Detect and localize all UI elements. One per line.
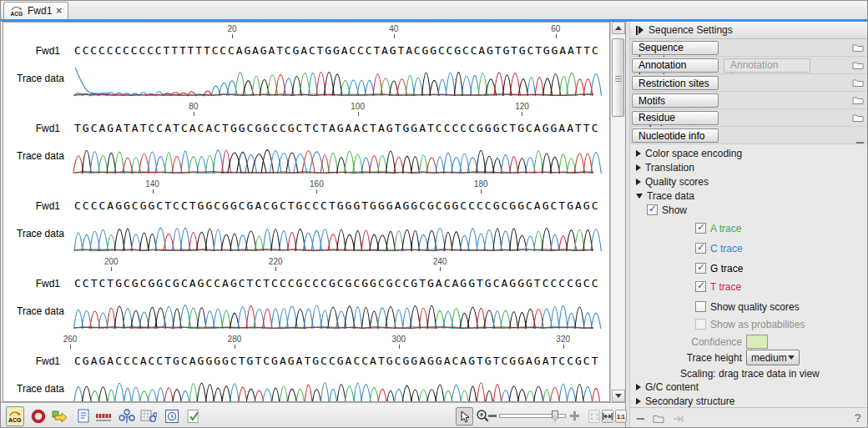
element-info-button[interactable] [184,406,203,426]
scroll-up-button[interactable] [612,22,625,34]
sequence-text[interactable]: CCCCCCCCCCCTTTTTTCCCAGAGATCGACTGGACCCTAG… [74,44,600,57]
structure-table-button[interactable] [139,406,158,426]
minimize-icon[interactable] [637,418,644,420]
show-checkbox[interactable] [647,204,658,215]
expand-arrow-icon[interactable] [636,398,641,405]
vertical-scrollbar[interactable] [610,22,625,402]
tree-item-translation[interactable]: Translation [636,160,694,174]
folder-icon[interactable] [653,414,664,424]
sequence-text[interactable]: CCTCTGCGCGGCGCAGCCAGCTCTCCCGCCCGCGCGGCGC… [74,277,600,290]
tree-item-gc-content[interactable]: G/C content [636,380,699,394]
zoom-to-selection-button[interactable] [588,410,600,423]
restriction-map-button[interactable] [94,406,113,426]
sequence-name-label: Fwd1 [3,45,60,57]
show-quality-row: Show quality scores [695,300,800,314]
expand-arrow-icon[interactable] [636,164,641,171]
motifs-button[interactable]: Motifs [632,93,719,108]
folder-icon[interactable] [852,60,864,73]
sequence-trace-view[interactable]: 204060 Fwd1 CCCCCCCCCCCTTTTTTCCCAGAGATCG… [3,22,610,402]
cloverleaf-structure-icon [119,409,135,424]
g-trace-checkbox[interactable] [695,263,706,274]
t-trace-label: T trace [710,281,741,293]
zoom-out-button[interactable] [488,415,497,417]
confidence-swatch[interactable] [746,335,768,349]
sequence-text[interactable]: CGAGACCCACCTGCAGGGGCTGTCGAGATGCCGACCATGC… [74,355,600,367]
fit-width-button[interactable] [602,410,613,423]
acg-sequence-icon: ACG [10,5,23,17]
folder-icon[interactable] [852,113,864,125]
tab-close-icon[interactable]: × [56,7,62,15]
tree-item-label: Trace data [647,190,694,202]
c-trace-checkbox[interactable] [695,243,706,254]
dock-arrow-icon[interactable] [673,414,684,424]
sequence-name-label: Fwd1 [3,200,60,212]
tree-item-color-space[interactable]: Color space encoding [636,146,742,160]
a-trace-checkbox[interactable] [695,223,706,234]
annotation-table-icon [52,409,68,424]
ruler-tick [556,34,557,38]
section-sequence-layout: Sequence layout [630,39,868,57]
tree-item-trace-data[interactable]: Trace data [636,189,694,203]
tree-item-label: G/C content [645,381,699,393]
confidence-label: Confidence [691,336,742,348]
expand-arrow-icon[interactable] [636,150,641,157]
ruler-tick-label: 40 [389,24,398,33]
residue-coloring-button[interactable]: Residue coloring [632,111,719,125]
folder-icon[interactable] [852,43,864,55]
show-probabilities-row: Show as probabilities [695,317,805,331]
folder-icon[interactable] [852,78,864,90]
text-view-button[interactable] [74,406,93,426]
ruler-tick-label: 100 [351,102,365,111]
tab-fwd1[interactable]: ACG Fwd1 × [3,2,68,19]
ruler-tick-label: 140 [145,179,159,189]
zoom-slider-thumb[interactable] [552,410,558,422]
sequence-settings-panel: Sequence Settings Sequence layout Annota… [630,22,868,428]
folder-icon[interactable] [852,95,864,108]
collapse-arrow-icon[interactable] [636,194,643,199]
svg-text:ACG: ACG [11,11,23,17]
history-icon [164,409,179,424]
tree-item-quality-scores[interactable]: Quality scores [636,174,709,189]
expand-arrow-icon[interactable] [636,179,641,185]
ruler-tick-label: 180 [474,179,488,189]
sequence-layout-button[interactable]: Sequence layout [632,41,719,55]
tree-item-label: Translation [645,162,694,174]
annotation-types-button[interactable]: Annotation types [724,58,810,73]
expand-arrow-icon[interactable] [636,384,641,390]
one-to-one-button[interactable]: 1:1 [615,410,627,423]
help-button[interactable]: ? [854,411,861,425]
scaling-note: Scaling: drag trace data in view [680,366,820,380]
ruler-tick-label: 20 [227,24,236,33]
sequence-view-button[interactable]: ACG [6,406,24,426]
restriction-sites-button[interactable]: Restriction sites [632,76,719,90]
trace-height-dropdown[interactable]: medium [746,350,800,365]
nucleotide-info-button[interactable]: Nucleotide info [632,128,719,143]
history-button[interactable] [163,406,181,426]
chromatogram-trace[interactable] [3,213,610,259]
chromatogram-trace[interactable] [3,58,610,104]
ruler-tick-label: 300 [391,335,406,344]
cloverleaf-structure-button[interactable] [118,406,136,426]
scroll-down-button[interactable] [612,390,625,402]
ruler-tick [394,34,395,38]
show-probabilities-checkbox[interactable] [695,319,706,330]
t-trace-checkbox[interactable] [695,281,706,292]
tree-item-label: Quality scores [645,176,709,188]
sequence-settings-header[interactable]: Sequence Settings [630,22,868,39]
sidebar-toggle-icon [636,26,643,35]
thumb-grip-icon [615,76,622,82]
ruler: 200220240 [3,257,610,272]
zoom-slider[interactable] [499,414,566,418]
selection-tool-button[interactable] [456,407,473,425]
chromatogram-trace[interactable] [3,368,610,402]
chromatogram-trace[interactable] [3,135,610,182]
annotation-layout-button[interactable]: Annotation layout [632,58,719,73]
sequence-text[interactable]: CCCCAGGCGGCTCCTGGCGGCGACGCTGCCCTGGGTGGGA… [74,199,600,212]
annotation-table-button[interactable] [51,406,69,426]
sequence-text[interactable]: TGCAGATATCCATCACACTGGCGGCCGCTCTAGAACTAGT… [74,122,600,134]
circular-view-button[interactable] [29,406,48,426]
show-quality-checkbox[interactable] [695,301,706,312]
chromatogram-trace[interactable] [3,290,610,337]
tree-item-secondary-structure[interactable]: Secondary structure [636,394,734,408]
scrollbar-thumb[interactable] [612,38,624,117]
